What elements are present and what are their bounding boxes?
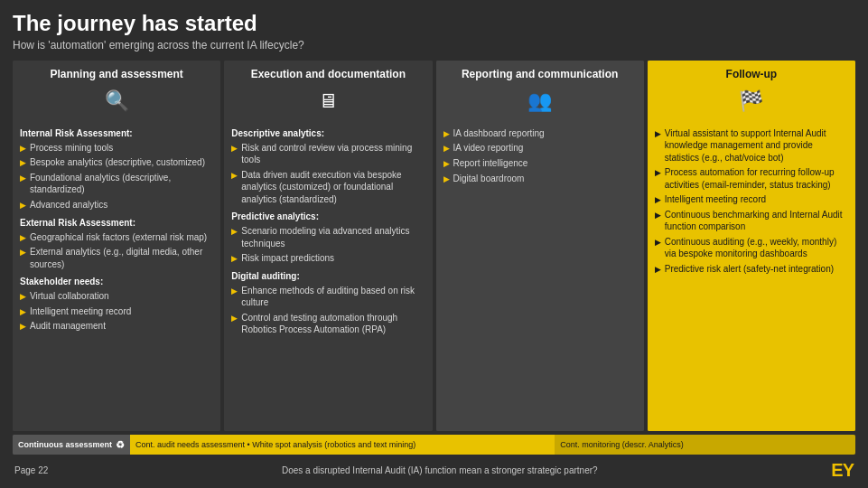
bullet-icon: ▶ bbox=[231, 313, 238, 324]
section-label-stakeholder: Stakeholder needs: bbox=[20, 276, 213, 288]
list-item: ▶ Foundational analytics (descriptive, s… bbox=[20, 172, 213, 196]
people-icon: 👥 bbox=[527, 89, 552, 113]
bullet-icon: ▶ bbox=[655, 128, 661, 140]
bullet-icon: ▶ bbox=[20, 321, 26, 333]
bullet-text: Bespoke analytics (descriptive, customiz… bbox=[30, 156, 205, 169]
list-item: ▶ Risk and control review via process mi… bbox=[231, 142, 425, 166]
bullet-icon: ▶ bbox=[20, 173, 26, 184]
bullet-icon: ▶ bbox=[655, 167, 661, 179]
bullet-text: Intelligent meeting record bbox=[30, 305, 131, 318]
bullet-text: Report intelligence bbox=[453, 157, 528, 170]
list-item: ▶ IA video reporting bbox=[443, 142, 637, 155]
list-item: ▶ Audit management bbox=[20, 320, 213, 333]
list-item: ▶ Advanced analytics bbox=[20, 199, 213, 211]
bullet-icon: ▶ bbox=[655, 264, 661, 276]
col-header-planning: Planning and assessment 🔍 bbox=[13, 61, 220, 122]
section-label-internal: Internal Risk Assessment: bbox=[20, 127, 213, 140]
list-item: ▶ Risk impact predictions bbox=[231, 252, 425, 265]
page-number: Page 22 bbox=[14, 465, 48, 475]
ey-logo-text: EY bbox=[831, 460, 854, 481]
bullet-text: Geographical risk factors (external risk… bbox=[30, 231, 207, 244]
bullet-text: Digital boardroom bbox=[453, 173, 525, 185]
footer-row: Page 22 Does a disrupted Internal Audit … bbox=[13, 460, 855, 481]
header-section: The journey has started How is 'automati… bbox=[13, 11, 855, 52]
bullet-icon: ▶ bbox=[231, 253, 238, 265]
bullet-icon: ▶ bbox=[20, 200, 26, 211]
col-title-followup: Follow-up bbox=[726, 68, 778, 80]
col-body-followup: ▶ Virtual assistant to support Internal … bbox=[648, 122, 855, 431]
list-item: ▶ Bespoke analytics (descriptive, custom… bbox=[20, 156, 213, 169]
ey-logo: EY bbox=[831, 460, 854, 481]
bullet-icon: ▶ bbox=[20, 157, 26, 169]
bullet-icon: ▶ bbox=[20, 247, 26, 258]
list-item: ▶ Virtual assistant to support Internal … bbox=[655, 127, 848, 164]
bullet-icon: ▶ bbox=[20, 232, 26, 244]
list-item: ▶ IA dashboard reporting bbox=[443, 127, 637, 140]
col-title-execution: Execution and documentation bbox=[251, 68, 406, 80]
cont-label-2: Cont. audit needs assessment • White spo… bbox=[135, 440, 415, 449]
column-reporting: Reporting and communication 👥 ▶ IA dashb… bbox=[436, 61, 644, 431]
bullet-text: Virtual assistant to support Internal Au… bbox=[665, 127, 848, 164]
flag-icon: 🏁 bbox=[739, 89, 763, 113]
column-followup: Follow-up 🏁 ▶ Virtual assistant to suppo… bbox=[648, 61, 855, 431]
bullet-icon: ▶ bbox=[655, 194, 661, 206]
list-item: ▶ Digital boardroom bbox=[443, 173, 637, 185]
section-label-external: External Risk Assessment: bbox=[20, 217, 213, 230]
bullet-icon: ▶ bbox=[231, 226, 238, 238]
bullet-text: Process mining tools bbox=[30, 142, 113, 155]
bullet-text: Risk impact predictions bbox=[241, 252, 334, 265]
list-item: ▶ Process automation for recurring follo… bbox=[655, 166, 848, 191]
footer-question: Does a disrupted Internal Audit (IA) fun… bbox=[48, 465, 831, 475]
bullet-icon: ▶ bbox=[20, 306, 26, 318]
cont-segment-monitoring: Cont. monitoring (descr. Analytics) bbox=[555, 435, 855, 455]
continuous-assessment-bar: Continuous assessment ♻ Cont. audit need… bbox=[13, 435, 855, 455]
bullet-icon: ▶ bbox=[443, 158, 450, 170]
main-title: The journey has started bbox=[13, 11, 855, 37]
cont-segment-assessment: Continuous assessment ♻ bbox=[13, 435, 130, 455]
search-icon: 🔍 bbox=[105, 89, 129, 113]
bullet-text: Enhance methods of auditing based on ris… bbox=[241, 285, 425, 309]
list-item: ▶ External analytics (e.g., digital medi… bbox=[20, 246, 213, 270]
bullet-icon: ▶ bbox=[231, 143, 238, 155]
bullet-icon: ▶ bbox=[231, 286, 238, 297]
bullet-text: Risk and control review via process mini… bbox=[241, 142, 425, 166]
bullet-text: IA dashboard reporting bbox=[453, 127, 545, 140]
cont-label-1: Continuous assessment bbox=[18, 440, 112, 449]
list-item: ▶ Continuous benchmarking and Internal A… bbox=[655, 209, 848, 233]
section-label-predictive: Predictive analytics: bbox=[231, 211, 425, 223]
bullet-icon: ▶ bbox=[443, 128, 450, 140]
cont-segment-audit: Cont. audit needs assessment • White spo… bbox=[130, 435, 555, 455]
bullet-icon: ▶ bbox=[443, 143, 450, 155]
bullet-text: Foundational analytics (descriptive, sta… bbox=[30, 172, 213, 196]
col-body-reporting: ▶ IA dashboard reporting ▶ IA video repo… bbox=[436, 122, 644, 431]
list-item: ▶ Intelligent meeting record bbox=[20, 305, 213, 318]
bullet-text: Advanced analytics bbox=[30, 199, 107, 211]
col-title-reporting: Reporting and communication bbox=[462, 68, 618, 80]
column-planning: Planning and assessment 🔍 Internal Risk … bbox=[13, 61, 220, 431]
section-label-digital: Digital auditing: bbox=[231, 270, 425, 283]
bullet-icon: ▶ bbox=[20, 143, 26, 155]
list-item: ▶ Report intelligence bbox=[443, 157, 637, 170]
bullet-icon: ▶ bbox=[655, 210, 661, 221]
col-body-execution: Descriptive analytics: ▶ Risk and contro… bbox=[224, 122, 432, 431]
columns-row: Planning and assessment 🔍 Internal Risk … bbox=[13, 61, 855, 431]
bullet-text: Audit management bbox=[30, 320, 106, 333]
bullet-text: Data driven audit execution via bespoke … bbox=[241, 169, 425, 206]
col-header-followup: Follow-up 🏁 bbox=[648, 61, 855, 122]
bullet-text: External analytics (e.g., digital media,… bbox=[30, 246, 213, 270]
bullet-icon: ▶ bbox=[231, 170, 238, 182]
monitor-icon: 🖥 bbox=[318, 89, 338, 113]
list-item: ▶ Continuous auditing (e.g., weekly, mon… bbox=[655, 236, 848, 260]
col-header-execution: Execution and documentation 🖥 bbox=[224, 61, 432, 122]
list-item: ▶ Intelligent meeting record bbox=[655, 193, 848, 206]
bullet-text: Continuous auditing (e.g., weekly, month… bbox=[665, 236, 848, 260]
bullet-text: IA video reporting bbox=[453, 142, 524, 155]
bullet-text: Control and testing automation through R… bbox=[241, 312, 425, 336]
bullet-text: Predictive risk alert (safety-net integr… bbox=[665, 263, 834, 276]
cont-icon: ♻ bbox=[116, 439, 125, 451]
list-item: ▶ Enhance methods of auditing based on r… bbox=[231, 285, 425, 309]
cont-label-3: Cont. monitoring (descr. Analytics) bbox=[560, 440, 684, 449]
column-execution: Execution and documentation 🖥 Descriptiv… bbox=[224, 61, 432, 431]
sub-title: How is 'automation' emerging across the … bbox=[13, 39, 855, 52]
section-label-descriptive: Descriptive analytics: bbox=[231, 127, 425, 140]
